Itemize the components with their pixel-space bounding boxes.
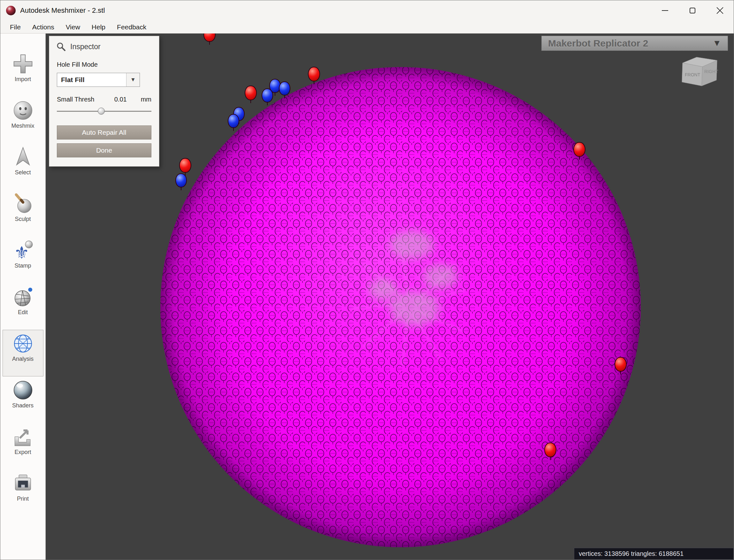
sidebar-item-print[interactable]: Print — [3, 470, 43, 516]
sidebar-item-label: Import — [15, 76, 31, 83]
status-bar: vertices: 3138596 triangles: 6188651 — [574, 548, 734, 560]
hole-marker-red[interactable] — [615, 357, 627, 372]
small-thresh-slider-thumb[interactable] — [98, 108, 105, 115]
hole-marker-blue[interactable] — [228, 114, 239, 128]
title-bar: Autodesk Meshmixer - 2.stl — [0, 0, 734, 21]
sidebar-item-meshmix[interactable]: Meshmix — [3, 97, 43, 143]
stamp-fleur-icon: ⚜ — [12, 239, 34, 261]
sidebar-item-analysis[interactable]: Analysis — [3, 330, 43, 376]
minimize-icon — [662, 10, 668, 11]
hole-marker-red[interactable] — [179, 158, 191, 173]
sidebar-item-select[interactable]: Select — [3, 143, 43, 190]
hole-marker-red[interactable] — [245, 86, 257, 100]
hole-marker-red[interactable] — [308, 67, 320, 81]
window-title: Autodesk Meshmixer - 2.stl — [20, 6, 105, 15]
sidebar-item-label: Shaders — [12, 402, 34, 409]
view-cube[interactable]: FRONT RIGHT — [677, 52, 722, 91]
maximize-icon — [690, 8, 695, 13]
sphere-render — [159, 66, 642, 548]
auto-repair-all-button[interactable]: Auto Repair All — [57, 125, 151, 140]
view-cube-front-label: FRONT — [685, 72, 700, 77]
hole-fill-mode-select[interactable]: Flat Fill ▼ — [57, 73, 140, 87]
done-button[interactable]: Done — [57, 143, 151, 157]
sidebar-item-label: Meshmix — [11, 123, 34, 129]
inspector-panel: Inspector Hole Fill Mode Flat Fill ▼ Sma… — [49, 36, 159, 167]
hole-marker-red[interactable] — [203, 34, 216, 42]
magnifier-icon — [56, 42, 66, 51]
chevron-down-icon: ▼ — [713, 38, 721, 48]
hole-marker-red[interactable] — [544, 443, 556, 457]
menu-item-help[interactable]: Help — [86, 23, 111, 31]
sidebar-item-label: Select — [15, 169, 31, 176]
model-sphere[interactable] — [159, 66, 642, 548]
edit-wireframe-icon — [12, 286, 34, 308]
minimize-button[interactable] — [651, 0, 679, 21]
hole-marker-blue[interactable] — [279, 81, 290, 95]
small-thresh-label: Small Thresh — [57, 96, 94, 103]
window-controls — [651, 0, 734, 21]
inspector-header: Inspector — [49, 36, 159, 54]
sidebar-item-sculpt[interactable]: Sculpt — [3, 190, 43, 237]
shaders-chrome-ball-icon — [12, 379, 34, 401]
sculpt-brush-icon — [12, 193, 34, 215]
import-plus-icon — [12, 53, 34, 75]
sidebar-item-edit[interactable]: Edit — [3, 283, 43, 330]
close-icon — [716, 7, 723, 14]
hole-marker-blue[interactable] — [261, 88, 273, 102]
hole-fill-mode-label: Hole Fill Mode — [57, 61, 151, 68]
export-arrow-icon — [12, 426, 34, 448]
viewport[interactable]: Inspector Hole Fill Mode Flat Fill ▼ Sma… — [46, 34, 734, 560]
sidebar-item-label: Sculpt — [15, 216, 31, 223]
hole-marker-red[interactable] — [573, 142, 586, 157]
close-button[interactable] — [706, 0, 734, 21]
small-thresh-unit: mm — [141, 96, 151, 103]
view-cube-right-label: RIGHT — [704, 69, 718, 74]
sidebar-item-label: Analysis — [12, 356, 34, 362]
analysis-mesh-icon — [12, 333, 34, 354]
meshmixer-logo-icon — [6, 6, 16, 15]
small-thresh-row: Small Thresh 0.01 mm — [57, 96, 151, 103]
meshmixer-window: Autodesk Meshmixer - 2.stl File Actions … — [0, 0, 734, 560]
small-thresh-value[interactable]: 0.01 — [114, 96, 127, 103]
print-printer-icon — [12, 473, 34, 494]
inspector-body: Hole Fill Mode Flat Fill ▼ Small Thresh … — [49, 54, 159, 166]
printer-name: Makerbot Replicator 2 — [548, 38, 648, 49]
small-thresh-slider[interactable] — [57, 107, 151, 115]
sidebar-item-label: Edit — [18, 309, 28, 316]
menu-item-view[interactable]: View — [60, 23, 86, 31]
sidebar-item-label: Print — [17, 496, 29, 502]
select-arrow-icon — [12, 146, 34, 168]
meshmix-face-icon — [12, 100, 34, 121]
tool-sidebar: Import Meshmix Select — [0, 34, 46, 560]
chevron-down-icon: ▼ — [126, 73, 140, 87]
maximize-button[interactable] — [679, 0, 706, 21]
menu-item-feedback[interactable]: Feedback — [111, 23, 152, 31]
inspector-title: Inspector — [70, 42, 101, 51]
sidebar-item-shaders[interactable]: Shaders — [3, 376, 43, 423]
sidebar-item-label: Stamp — [14, 262, 31, 269]
hole-marker-blue[interactable] — [175, 173, 187, 187]
sidebar-item-export[interactable]: Export — [3, 423, 43, 470]
menu-bar: File Actions View Help Feedback — [0, 21, 734, 34]
sidebar-item-import[interactable]: Import — [3, 50, 43, 97]
mesh-stats: vertices: 3138596 triangles: 6188651 — [579, 550, 684, 557]
hole-fill-mode-value: Flat Fill — [57, 73, 126, 87]
sidebar-item-label: Export — [14, 449, 31, 456]
menu-item-actions[interactable]: Actions — [26, 23, 60, 31]
menu-item-file[interactable]: File — [4, 23, 26, 31]
printer-selector[interactable]: Makerbot Replicator 2 ▼ — [541, 36, 728, 51]
sidebar-item-stamp[interactable]: ⚜ Stamp — [3, 237, 43, 283]
main-area: Import Meshmix Select — [0, 34, 734, 560]
